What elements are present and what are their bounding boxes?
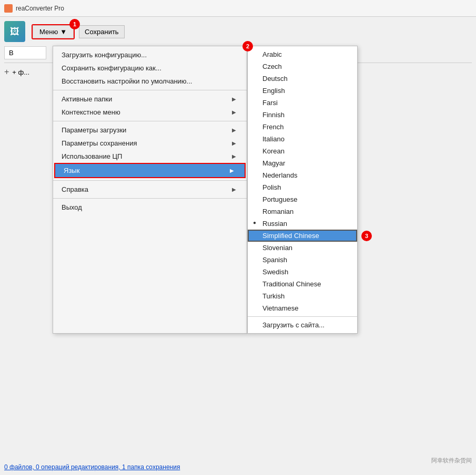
arrow-icon: ▶	[232, 96, 236, 102]
app-logo: 🖼	[4, 21, 25, 42]
menu-item-restore-settings[interactable]: Восстановить настройки по умолчанию...	[53, 75, 247, 88]
menu-item-cpu-usage[interactable]: Использование ЦП ▶	[53, 150, 247, 163]
menu-item-load-config[interactable]: Загрузить конфигурацию...	[53, 48, 247, 61]
menu-item-exit[interactable]: Выход	[53, 201, 247, 214]
lang-item-traditional-chinese[interactable]: Traditional Chinese	[248, 278, 357, 290]
menu-separator-1	[53, 90, 247, 90]
lang-item-swedish[interactable]: Swedish	[248, 266, 357, 278]
lang-item-slovenian[interactable]: Slovenian	[248, 242, 357, 254]
app-area: 🖼 Меню ▼ 1 Сохранить В + + ф... Загрузит…	[0, 17, 476, 475]
menu-dropdown-arrow: ▼	[60, 28, 67, 36]
files-area: В	[4, 46, 46, 59]
menu-separator-3	[53, 180, 247, 181]
lang-item-finnish[interactable]: Finnish	[248, 109, 357, 121]
lang-item-italiano[interactable]: Italiano	[248, 133, 357, 145]
lang-item-korean[interactable]: Korean	[248, 145, 357, 157]
arrow-icon: ▶	[232, 140, 236, 146]
arrow-icon: ▶	[232, 109, 236, 115]
lang-item-arabic[interactable]: Arabic	[248, 48, 357, 60]
language-submenu: 2 Arabic Czech Deutsch English Farsi Fin…	[247, 46, 358, 334]
menu-item-load-params[interactable]: Параметры загрузки ▶	[53, 123, 247, 137]
lang-item-farsi[interactable]: Farsi	[248, 97, 357, 109]
lang-item-simplified-chinese[interactable]: Simplified Chinese 3	[248, 230, 357, 242]
menu-label: Меню	[39, 28, 58, 36]
lang-item-nederlands[interactable]: Nederlands	[248, 169, 357, 181]
lang-item-spanish[interactable]: Spanish	[248, 254, 357, 266]
lang-item-magyar[interactable]: Magyar	[248, 157, 357, 169]
lang-item-vietnamese[interactable]: Vietnamese	[248, 302, 357, 314]
arrow-icon: ▶	[230, 168, 234, 173]
watermark: 阿幸软件杂货间	[431, 457, 472, 464]
menu-item-save-params[interactable]: Параметры сохранения ▶	[53, 137, 247, 150]
menu-item-save-config[interactable]: Сохранить конфигурацию как...	[53, 61, 247, 75]
status-bar: 0 файлов, 0 операций редактирования, 1 п…	[4, 463, 472, 471]
lang-item-polish[interactable]: Polish	[248, 181, 357, 193]
menu-item-active-folders[interactable]: Активные папки ▶	[53, 92, 247, 106]
lang-item-download[interactable]: Загрузить с сайта...	[248, 319, 357, 331]
arrow-icon: ▶	[232, 153, 236, 159]
add-files-label: + ф...	[12, 68, 29, 76]
arrow-icon: ▶	[232, 187, 236, 192]
lang-item-deutsch[interactable]: Deutsch	[248, 73, 357, 85]
menu-item-context-menu[interactable]: Контекстное меню ▶	[53, 106, 247, 119]
arrow-icon: ▶	[232, 127, 236, 133]
lang-item-russian[interactable]: Russian	[248, 218, 357, 230]
lang-item-french[interactable]: French	[248, 121, 357, 133]
toolbar: 🖼 Меню ▼ 1 Сохранить	[4, 21, 472, 42]
app-title: reaConverter Pro	[16, 5, 64, 12]
lang-item-romanian[interactable]: Romanian	[248, 205, 357, 218]
lang-item-turkish[interactable]: Turkish	[248, 290, 357, 302]
lang-item-english[interactable]: English	[248, 85, 357, 97]
menu-item-help[interactable]: Справка ▶	[53, 183, 247, 196]
menu-button-wrapper: Меню ▼ 1	[32, 24, 75, 39]
lang-menu-footer: Загрузить с сайта...	[248, 316, 357, 331]
lang-item-czech[interactable]: Czech	[248, 60, 357, 73]
lang-item-portuguese[interactable]: Portuguese	[248, 193, 357, 205]
status-text: 0 файлов, 0 операций редактирования, 1 п…	[4, 463, 180, 471]
save-button[interactable]: Сохранить	[79, 25, 125, 38]
add-icon: +	[4, 67, 9, 77]
menu-separator-2	[53, 121, 247, 121]
menus-container: Загрузить конфигурацию... Сохранить конф…	[53, 46, 358, 334]
badge-3: 3	[361, 231, 372, 241]
titlebar: reaConverter Pro	[0, 0, 476, 17]
menu-separator-4	[53, 198, 247, 199]
menu-button[interactable]: Меню ▼	[33, 25, 74, 38]
menu-item-language[interactable]: Язык ▶	[54, 163, 246, 178]
main-menu: Загрузить конфигурацию... Сохранить конф…	[53, 46, 247, 334]
app-icon	[4, 4, 13, 13]
badge-1: 1	[69, 19, 80, 29]
